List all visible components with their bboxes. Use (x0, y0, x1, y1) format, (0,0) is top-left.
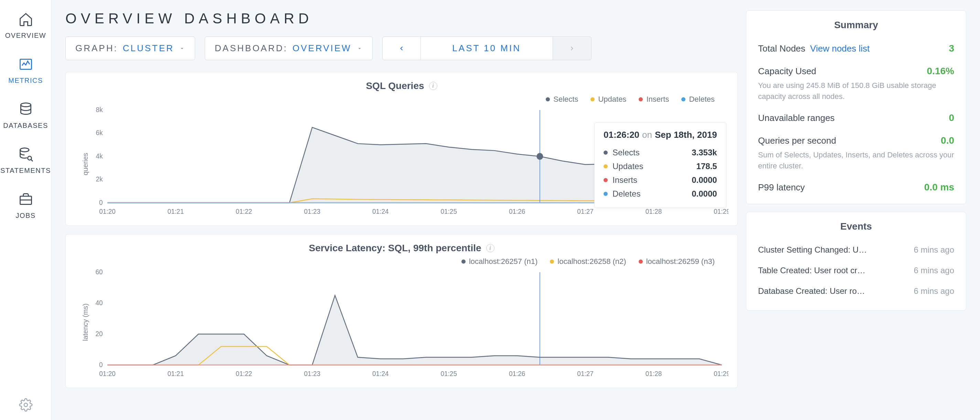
qps-sub: Sum of Selects, Updates, Inserts, and De… (758, 149, 954, 171)
chart1-legend: Selects Updates Inserts Deletes (75, 95, 729, 104)
event-row[interactable]: Database Created: User ro… 6 mins ago (758, 281, 954, 301)
legend-item-n1[interactable]: localhost:26257 (n1) (461, 257, 538, 266)
tooltip-date: Sep 18th, 2019 (655, 130, 717, 140)
chart-title-text: Service Latency: SQL, 99th percentile (309, 242, 481, 254)
time-range-label: LAST 10 MIN (452, 43, 521, 54)
capacity-sub: You are using 245.8 MiB of 150.8 GiB usa… (758, 80, 954, 102)
dashboard-dropdown[interactable]: DASHBOARD: OVERVIEW (205, 36, 373, 60)
svg-text:0: 0 (99, 199, 103, 206)
sidebar-item-statements[interactable]: STATEMENTS (0, 138, 51, 184)
events-title: Events (758, 221, 954, 232)
info-icon[interactable]: i (486, 244, 495, 252)
svg-text:01:24: 01:24 (372, 208, 389, 216)
chevron-down-icon (179, 45, 185, 52)
time-range-button[interactable]: LAST 10 MIN (421, 36, 553, 60)
svg-text:01:28: 01:28 (646, 208, 662, 216)
chevron-down-icon (356, 45, 363, 52)
sql-queries-panel: SQL Queries i Selects Updates Inserts De… (65, 72, 738, 226)
svg-text:01:20: 01:20 (99, 208, 116, 216)
sidebar-label: DATABASES (3, 122, 48, 130)
unavail-label: Unavailable ranges (758, 113, 835, 124)
svg-text:01:21: 01:21 (167, 370, 184, 378)
time-range-group: LAST 10 MIN (382, 36, 592, 60)
svg-text:01:20: 01:20 (99, 370, 116, 378)
chevron-left-icon (398, 45, 405, 52)
sidebar-item-metrics[interactable]: METRICS (0, 49, 51, 94)
event-row[interactable]: Cluster Setting Changed: U… 6 mins ago (758, 239, 954, 260)
svg-point-5 (24, 403, 27, 407)
graph-value: CLUSTER (123, 43, 174, 54)
svg-text:01:28: 01:28 (646, 370, 662, 378)
unavail-value: 0 (949, 113, 954, 124)
sidebar-label: OVERVIEW (5, 32, 46, 40)
time-prev-button[interactable] (382, 36, 421, 60)
svg-text:01:21: 01:21 (167, 208, 184, 216)
svg-text:01:22: 01:22 (236, 370, 252, 378)
dashboard-prefix: DASHBOARD: (215, 43, 288, 54)
legend-item-updates[interactable]: Updates (590, 95, 626, 104)
svg-text:01:25: 01:25 (441, 208, 457, 216)
jobs-icon (18, 192, 33, 207)
svg-text:01:27: 01:27 (577, 208, 593, 216)
tooltip-row: Deletes0.0000 (603, 187, 717, 201)
svg-text:01:26: 01:26 (509, 208, 525, 216)
metrics-icon (18, 57, 33, 72)
event-row[interactable]: Table Created: User root cr… 6 mins ago (758, 260, 954, 281)
y-axis-label: queries (81, 152, 89, 175)
svg-text:01:25: 01:25 (441, 370, 457, 378)
chart-tooltip: 01:26:20 on Sep 18th, 2019 Selects3.353k… (594, 122, 726, 208)
total-nodes-label: Total Nodes (758, 43, 805, 54)
svg-text:01:22: 01:22 (236, 208, 252, 216)
svg-text:4k: 4k (96, 152, 103, 160)
graph-prefix: GRAPH: (75, 43, 118, 54)
sidebar-item-overview[interactable]: OVERVIEW (0, 3, 51, 49)
sidebar-item-jobs[interactable]: JOBS (0, 184, 51, 228)
chart-title: Service Latency: SQL, 99th percentile i (75, 242, 729, 254)
capacity-label: Capacity Used (758, 66, 816, 77)
tooltip-time: 01:26:20 (603, 130, 640, 140)
y-axis-label: latency (ms) (81, 303, 89, 341)
sidebar-label: METRICS (8, 77, 43, 84)
chart1-area[interactable]: queries 02k4k6k8k01:2001:2101:2201:2301:… (75, 106, 729, 219)
gear-icon[interactable] (19, 398, 33, 412)
svg-text:01:29: 01:29 (714, 208, 729, 216)
svg-text:01:23: 01:23 (304, 370, 321, 378)
svg-point-1 (21, 103, 30, 107)
svg-text:0: 0 (99, 361, 103, 369)
sidebar-label: STATEMENTS (0, 167, 51, 174)
capacity-value: 0.16% (927, 66, 954, 77)
svg-text:20: 20 (95, 330, 103, 338)
legend-item-n2[interactable]: localhost:26258 (n2) (550, 257, 626, 266)
toolbar: GRAPH: CLUSTER DASHBOARD: OVERVIEW LAST … (65, 36, 738, 60)
svg-text:01:26: 01:26 (509, 370, 525, 378)
total-nodes-value: 3 (949, 43, 954, 54)
svg-text:8k: 8k (96, 106, 103, 113)
sidebar: OVERVIEW METRICS DATABASES STATEMENTS JO… (0, 0, 52, 420)
chart2-area[interactable]: latency (ms) 020406001:2001:2101:2201:23… (75, 269, 729, 381)
sidebar-label: JOBS (16, 212, 35, 220)
svg-text:2k: 2k (96, 175, 103, 183)
tooltip-row: Inserts0.0000 (603, 173, 717, 187)
chart-title: SQL Queries i (75, 81, 729, 92)
dashboard-value: OVERVIEW (293, 43, 352, 54)
legend-item-selects[interactable]: Selects (546, 95, 578, 104)
legend-item-inserts[interactable]: Inserts (639, 95, 669, 104)
info-icon[interactable]: i (429, 82, 438, 90)
tooltip-row: Updates178.5 (603, 160, 717, 173)
tooltip-row: Selects3.353k (603, 146, 717, 160)
svg-text:01:24: 01:24 (372, 370, 389, 378)
tooltip-on: on (642, 130, 652, 140)
sidebar-bottom (19, 398, 33, 420)
svg-text:01:23: 01:23 (304, 208, 321, 216)
view-nodes-link[interactable]: View nodes list (810, 43, 870, 54)
p99-label: P99 latency (758, 182, 805, 193)
sidebar-item-databases[interactable]: DATABASES (0, 94, 51, 138)
svg-text:01:29: 01:29 (714, 370, 729, 378)
latency-panel: Service Latency: SQL, 99th percentile i … (65, 234, 738, 388)
svg-point-22 (536, 153, 543, 160)
svg-text:40: 40 (95, 299, 103, 307)
legend-item-deletes[interactable]: Deletes (681, 95, 715, 104)
graph-dropdown[interactable]: GRAPH: CLUSTER (65, 36, 195, 60)
legend-item-n3[interactable]: localhost:26259 (n3) (639, 257, 715, 266)
home-icon (18, 12, 33, 27)
